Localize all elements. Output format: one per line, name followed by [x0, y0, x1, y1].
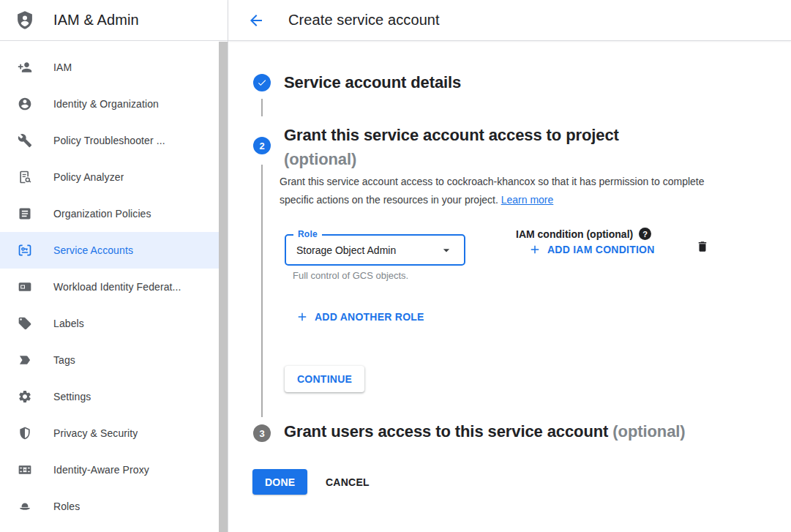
step-connector-line: [261, 165, 263, 417]
sidebar-item-labels[interactable]: Labels: [0, 305, 228, 342]
iam-shield-logo-icon: [15, 10, 35, 31]
step3-title: Grant users access to this service accou…: [284, 422, 686, 441]
sidebar-item-label: Identity-Aware Proxy: [53, 464, 149, 476]
iam-condition-label: IAM condition (optional): [516, 228, 633, 240]
sidebar-item-label: Privacy & Security: [53, 427, 138, 439]
sidebar-scrollbar-thumb[interactable]: [219, 42, 228, 532]
add-another-role-button[interactable]: ADD ANOTHER ROLE: [296, 310, 424, 323]
service-account-key-icon: [18, 243, 32, 258]
plus-icon: [528, 243, 541, 256]
sidebar-item-organization-policies[interactable]: Organization Policies: [0, 195, 228, 232]
sidebar-header: IAM & Admin: [0, 0, 228, 41]
role-selected-value: Storage Object Admin: [296, 244, 396, 256]
step2-optional-label: (optional): [284, 147, 679, 171]
proxy-grid-icon: [18, 462, 32, 477]
sidebar-item-policy-analyzer[interactable]: Policy Analyzer: [0, 159, 228, 195]
sidebar-item-iam[interactable]: IAM: [0, 49, 228, 86]
done-button[interactable]: DONE: [252, 469, 307, 495]
page-title: Create service account: [288, 12, 440, 29]
step-connector-line: [261, 99, 263, 116]
role-select[interactable]: Role Storage Object Admin: [285, 234, 465, 266]
sidebar-item-label: Identity & Organization: [53, 98, 159, 110]
document-lines-icon: [18, 206, 32, 221]
trash-icon: [696, 239, 709, 254]
sidebar: IAM & Admin IAM Identity & Organization …: [0, 0, 228, 532]
sidebar-item-service-accounts[interactable]: Service Accounts: [0, 232, 228, 269]
step1-title: Service account details: [284, 73, 461, 92]
identity-card-icon: [18, 280, 32, 294]
step3-number-circle: 3: [253, 424, 271, 442]
wrench-icon: [18, 133, 32, 148]
cancel-button[interactable]: CANCEL: [326, 469, 370, 495]
sidebar-item-label: Policy Troubleshooter ...: [53, 135, 165, 146]
back-arrow-icon: [247, 12, 265, 29]
sidebar-item-workload-identity-federation[interactable]: Workload Identity Federat...: [0, 269, 228, 305]
step2-title: Grant this service account access to pro…: [284, 123, 679, 171]
add-iam-condition-button[interactable]: ADD IAM CONDITION: [528, 243, 655, 256]
learn-more-link[interactable]: Learn more: [501, 194, 554, 206]
sidebar-item-tags[interactable]: Tags: [0, 342, 228, 378]
product-title: IAM & Admin: [53, 12, 139, 29]
dropdown-arrow-icon: [439, 243, 454, 258]
iam-condition-row: IAM condition (optional) ?: [516, 228, 651, 240]
help-icon[interactable]: ?: [639, 228, 651, 240]
sidebar-item-label: IAM: [53, 61, 72, 73]
identity-person-icon: [18, 97, 32, 111]
create-service-account-form: Service account details 2 Grant this ser…: [228, 41, 791, 532]
shield-half-icon: [18, 426, 32, 441]
continue-button[interactable]: CONTINUE: [285, 366, 364, 392]
policy-analyzer-icon: [18, 170, 32, 184]
role-helper-text: Full control of GCS objects.: [293, 270, 408, 281]
sidebar-item-identity-organization[interactable]: Identity & Organization: [0, 86, 228, 122]
hat-icon: [18, 499, 32, 514]
main-panel: Create service account Service account d…: [228, 0, 791, 532]
sidebar-item-label: Roles: [53, 501, 80, 512]
sidebar-item-label: Policy Analyzer: [53, 171, 124, 183]
sidebar-item-label: Tags: [53, 354, 75, 366]
plus-icon: [296, 310, 309, 323]
sidebar-item-label: Organization Policies: [53, 208, 151, 220]
sidebar-item-label: Labels: [53, 318, 84, 329]
step1-complete-circle: [253, 74, 271, 91]
step2-description: Grant this service account access to coc…: [280, 173, 714, 209]
sidebar-item-label: Workload Identity Federat...: [53, 281, 181, 293]
sidebar-item-identity-aware-proxy[interactable]: Identity-Aware Proxy: [0, 452, 228, 488]
sidebar-item-privacy-security[interactable]: Privacy & Security: [0, 415, 228, 452]
sidebar-item-label: Settings: [53, 391, 91, 402]
gcp-console-page: IAM & Admin IAM Identity & Organization …: [0, 0, 791, 532]
step3-optional-label: (optional): [612, 422, 685, 441]
gear-icon: [18, 389, 32, 404]
delete-role-button[interactable]: [694, 239, 711, 255]
tag-arrow-icon: [18, 353, 32, 367]
step2-number-circle: 2: [253, 137, 271, 154]
sidebar-item-policy-troubleshooter[interactable]: Policy Troubleshooter ...: [0, 122, 228, 159]
person-add-icon: [18, 60, 32, 75]
sidebar-nav: IAM Identity & Organization Policy Troub…: [0, 41, 228, 525]
sidebar-item-roles[interactable]: Roles: [0, 488, 228, 525]
main-header: Create service account: [228, 0, 791, 41]
label-tag-icon: [18, 316, 32, 331]
back-button[interactable]: [247, 11, 266, 30]
sidebar-item-settings[interactable]: Settings: [0, 378, 228, 415]
step3-number: 3: [259, 428, 264, 439]
step2-number: 2: [259, 141, 264, 151]
sidebar-item-label: Service Accounts: [53, 244, 133, 256]
check-icon: [257, 78, 267, 88]
role-field-label: Role: [293, 229, 322, 239]
